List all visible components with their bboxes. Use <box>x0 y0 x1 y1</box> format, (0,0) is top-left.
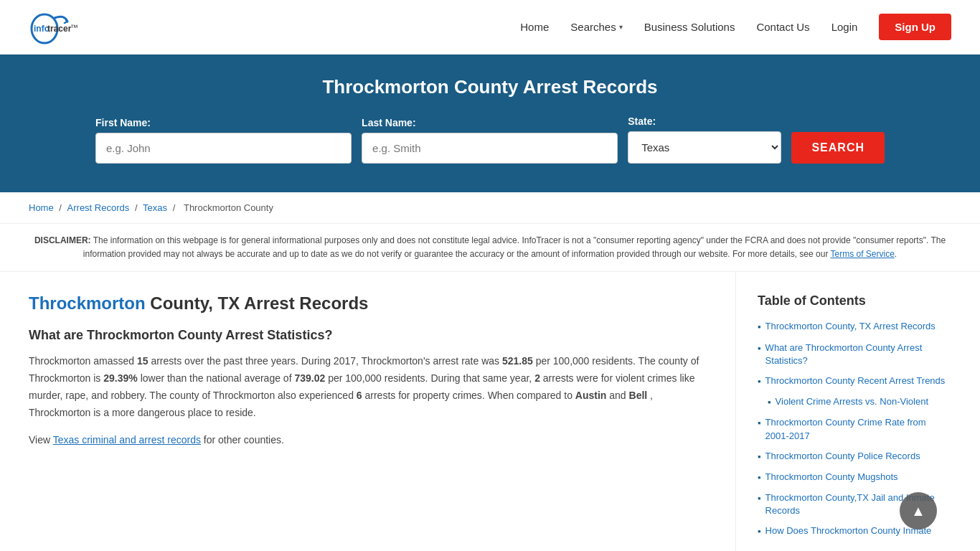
nav-signup[interactable]: Sign Up <box>879 14 951 40</box>
heading-highlight: Throckmorton <box>29 293 146 313</box>
nav-login[interactable]: Login <box>831 21 858 33</box>
city2: Bell <box>629 390 648 401</box>
breadcrumb-county: Throckmorton County <box>184 202 273 213</box>
breadcrumb-sep3: / <box>173 202 178 213</box>
state-select[interactable]: Texas Alabama Alaska Arizona Arkansas Ca… <box>628 131 781 164</box>
texas-records-link[interactable]: Texas criminal and arrest records <box>53 434 201 446</box>
logo-tm: ™ <box>70 23 78 32</box>
toc-list-item: Throckmorton County, TX Arrest Records <box>758 320 951 334</box>
scroll-to-top-button[interactable]: ▲ <box>900 492 937 529</box>
search-button[interactable]: SEARCH <box>791 132 885 164</box>
heading-rest: County, TX Arrest Records <box>146 293 369 313</box>
city1: Austin <box>575 390 607 401</box>
last-name-group: Last Name: <box>362 117 618 164</box>
last-name-input[interactable] <box>362 133 618 164</box>
section1-heading: What are Throckmorton County Arrest Stat… <box>29 328 714 343</box>
first-name-label: First Name: <box>95 117 352 128</box>
searches-chevron-icon: ▾ <box>619 23 623 31</box>
breadcrumb-texas[interactable]: Texas <box>143 202 167 213</box>
toc-item-link[interactable]: Throckmorton County Recent Arrest Trends <box>765 375 946 387</box>
breadcrumb: Home / Arrest Records / Texas / Throckmo… <box>0 192 980 224</box>
toc-list-item: Violent Crime Arrests vs. Non-Violent <box>758 395 951 409</box>
last-name-label: Last Name: <box>362 117 618 128</box>
toc-item-link[interactable]: How Does Throckmorton County Inmate <box>765 524 932 537</box>
main-heading: Throckmorton County, TX Arrest Records <box>29 293 714 314</box>
logo-icon: info tracer <box>29 7 72 47</box>
disclaimer-text: The information on this webpage is for g… <box>83 235 946 259</box>
chevron-up-icon: ▲ <box>911 503 925 519</box>
property-count: 6 <box>357 390 362 401</box>
state-group: State: Texas Alabama Alaska Arizona Arka… <box>628 116 781 164</box>
toc-item-link[interactable]: Violent Crime Arrests vs. Non-Violent <box>776 395 928 408</box>
toc-item-link[interactable]: Throckmorton County Mugshots <box>765 471 898 484</box>
disclaimer-bar: DISCLAIMER: The information on this webp… <box>0 224 980 272</box>
main-nav: Home Searches ▾ Business Solutions Conta… <box>520 14 951 40</box>
nav-searches[interactable]: Searches ▾ <box>570 21 622 33</box>
nav-business[interactable]: Business Solutions <box>644 21 735 33</box>
site-header: info tracer ™ Home Searches ▾ Business S… <box>0 0 980 55</box>
page-title: Throckmorton County Arrest Records <box>29 76 951 98</box>
toc-list-item: Throckmorton County Recent Arrest Trends <box>758 375 951 388</box>
toc-item-link[interactable]: What are Throckmorton County Arrest Stat… <box>765 342 951 367</box>
content-wrapper: Throckmorton County, TX Arrest Records W… <box>0 272 980 551</box>
breadcrumb-home[interactable]: Home <box>29 202 54 213</box>
nav-home[interactable]: Home <box>520 21 549 33</box>
tos-link[interactable]: Terms of Service <box>831 249 895 259</box>
arrest-rate: 521.85 <box>502 355 533 367</box>
breadcrumb-sep2: / <box>135 202 140 213</box>
main-paragraph2: View Texas criminal and arrest records f… <box>29 432 714 449</box>
breadcrumb-sep1: / <box>59 202 64 213</box>
toc-list-item: Throckmorton County Crime Rate from 2001… <box>758 416 951 442</box>
main-content: Throckmorton County, TX Arrest Records W… <box>29 272 736 551</box>
state-label: State: <box>628 116 781 127</box>
svg-text:tracer: tracer <box>47 24 72 34</box>
disclaimer-label: DISCLAIMER: <box>34 235 91 245</box>
toc-list-item: Throckmorton County Mugshots <box>758 471 951 484</box>
arrests-count: 15 <box>137 355 149 367</box>
first-name-input[interactable] <box>95 133 352 164</box>
toc-title: Table of Contents <box>758 293 951 309</box>
toc-list-item: What are Throckmorton County Arrest Stat… <box>758 342 951 367</box>
toc-item-link[interactable]: Throckmorton County, TX Arrest Records <box>765 320 936 333</box>
first-name-group: First Name: <box>95 117 352 164</box>
toc-list-item: Throckmorton County Police Records <box>758 450 951 463</box>
nav-contact[interactable]: Contact Us <box>756 21 809 33</box>
national-avg: 739.02 <box>294 372 325 384</box>
toc-item-link[interactable]: Throckmorton County Police Records <box>765 450 920 463</box>
main-paragraph1: Throckmorton amassed 15 arrests over the… <box>29 353 714 421</box>
toc-item-link[interactable]: Throckmorton County Crime Rate from 2001… <box>765 416 951 442</box>
logo[interactable]: info tracer ™ <box>29 7 78 47</box>
breadcrumb-arrest-records[interactable]: Arrest Records <box>67 202 130 213</box>
violent-count: 2 <box>534 372 540 384</box>
hero-section: Throckmorton County Arrest Records First… <box>0 55 980 192</box>
lower-pct: 29.39% <box>103 372 137 384</box>
search-form: First Name: Last Name: State: Texas Alab… <box>95 116 885 164</box>
